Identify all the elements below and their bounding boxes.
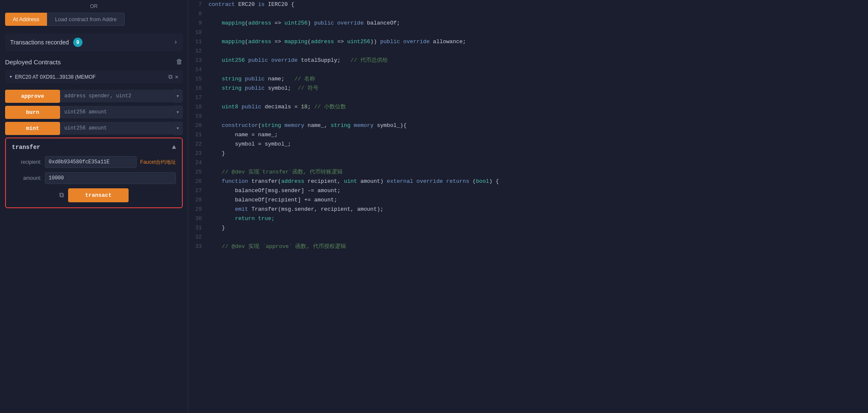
tab-row: At Address Load contract from Addre (5, 13, 183, 26)
approve-button[interactable]: approve (5, 90, 60, 103)
code-line: 33 // @dev 实现 `approve` 函数, 代币授权逻辑 (188, 242, 868, 251)
code-line: 28 balanceOf[recipient] += amount; (188, 195, 868, 205)
line-number: 7 (188, 0, 209, 9)
line-content (209, 158, 868, 168)
line-number: 26 (188, 177, 209, 186)
code-line: 23 } (188, 149, 868, 158)
approve-params: address spender, uint2 (60, 90, 173, 102)
line-content: constructor(string memory name_, string … (209, 121, 868, 130)
code-line: 31 } (188, 223, 868, 233)
amount-label: amount: (12, 175, 41, 181)
transfer-collapse-icon[interactable]: ▲ (172, 143, 176, 151)
deployed-title: Deployed Contracts (5, 58, 61, 66)
trash-icon[interactable]: 🗑 (176, 58, 183, 66)
code-line: 24 (188, 158, 868, 168)
approve-chevron[interactable]: ▾ (173, 89, 183, 103)
line-content: string public name; // 名称 (209, 74, 868, 84)
line-content: // @dev 实现`transfer`函数, 代币转账逻辑 (209, 168, 868, 177)
line-content: symbol = symbol_; (209, 140, 868, 149)
code-line: 16 string public symbol; // 符号 (188, 84, 868, 93)
line-number: 13 (188, 56, 209, 65)
transactions-text: Transactions recorded (10, 39, 69, 46)
recipient-input[interactable] (45, 156, 137, 168)
burn-chevron[interactable]: ▾ (173, 105, 183, 119)
line-number: 9 (188, 19, 209, 28)
code-line: 21 name = name_; (188, 130, 868, 140)
code-line: 27 balanceOf[msg.sender] -= amount; (188, 186, 868, 195)
line-number: 20 (188, 121, 209, 130)
code-line: 11 mapping(address => mapping(address =>… (188, 37, 868, 47)
contract-name: ERC20 AT 0XD91...39138 (MEMOF (15, 74, 165, 80)
line-number: 18 (188, 102, 209, 112)
transfer-panel: transfer ▲ recipient: Faucet合约地址 amount:… (5, 138, 183, 208)
code-line: 17 (188, 93, 868, 102)
line-content: string public symbol; // 符号 (209, 84, 868, 93)
transactions-row: Transactions recorded 9 › (5, 33, 183, 51)
code-line: 25 // @dev 实现`transfer`函数, 代币转账逻辑 (188, 168, 868, 177)
line-content: name = name_; (209, 130, 868, 140)
transactions-chevron[interactable]: › (173, 39, 178, 46)
line-number: 31 (188, 223, 209, 233)
code-line: 10 (188, 28, 868, 37)
mint-button[interactable]: mint (5, 122, 60, 135)
line-number: 33 (188, 242, 209, 251)
amount-input[interactable] (45, 172, 176, 184)
tab-at-address[interactable]: At Address (5, 13, 47, 26)
line-number: 24 (188, 158, 209, 168)
transact-button[interactable]: transact (68, 188, 128, 202)
line-content (209, 65, 868, 74)
line-number: 19 (188, 112, 209, 121)
line-content: } (209, 149, 868, 158)
line-number: 16 (188, 84, 209, 93)
line-content: return true; (209, 214, 868, 223)
fn-row-approve: approve address spender, uint2 ▾ (5, 89, 183, 103)
line-content: emit Transfer(msg.sender, recipient, amo… (209, 205, 868, 214)
recipient-row: recipient: Faucet合约地址 (12, 156, 176, 168)
code-line: 7contract ERC20 is IERC20 { (188, 0, 868, 9)
code-line: 9 mapping(address => uint256) public ove… (188, 19, 868, 28)
mint-params: uint256 amount (60, 122, 173, 135)
contract-copy-icon[interactable]: ⧉ (168, 74, 173, 80)
deployed-header: Deployed Contracts 🗑 (5, 58, 183, 66)
burn-params: uint256 amount (60, 106, 173, 118)
code-line: 29 emit Transfer(msg.sender, recipient, … (188, 205, 868, 214)
code-line: 30 return true; (188, 214, 868, 223)
code-line: 19 (188, 112, 868, 121)
contract-expand-chevron[interactable]: ▾ (9, 74, 12, 80)
line-number: 23 (188, 149, 209, 158)
code-editor: 7contract ERC20 is IERC20 {8 9 mapping(a… (188, 0, 868, 413)
line-content: mapping(address => mapping(address => ui… (209, 37, 868, 47)
fn-row-mint: mint uint256 amount ▾ (5, 121, 183, 135)
transfer-title: transfer (12, 144, 40, 151)
line-number: 25 (188, 168, 209, 177)
mint-chevron[interactable]: ▾ (173, 121, 183, 135)
line-content (209, 47, 868, 56)
fn-row-burn: burn uint256 amount ▾ (5, 105, 183, 119)
transact-copy-icon[interactable]: ⧉ (59, 191, 64, 199)
transactions-label: Transactions recorded 9 (10, 38, 82, 47)
code-line: 12 (188, 47, 868, 56)
line-number: 28 (188, 195, 209, 205)
line-content: balanceOf[msg.sender] -= amount; (209, 186, 868, 195)
burn-button[interactable]: burn (5, 106, 60, 119)
line-content (209, 9, 868, 19)
line-number: 32 (188, 233, 209, 242)
line-number: 11 (188, 37, 209, 47)
faucet-label: Faucet合约地址 (140, 159, 176, 166)
line-content: contract ERC20 is IERC20 { (209, 0, 868, 9)
contract-close-icon[interactable]: ✕ (175, 73, 179, 80)
line-content: } (209, 223, 868, 233)
line-content (209, 28, 868, 37)
line-number: 12 (188, 47, 209, 56)
code-line: 20 constructor(string memory name_, stri… (188, 121, 868, 130)
code-line: 14 (188, 65, 868, 74)
line-number: 30 (188, 214, 209, 223)
line-content (209, 233, 868, 242)
line-number: 21 (188, 130, 209, 140)
line-number: 15 (188, 74, 209, 84)
contract-row: ▾ ERC20 AT 0XD91...39138 (MEMOF ⧉ ✕ (5, 70, 183, 83)
code-line: 13 uint256 public override totalSupply; … (188, 56, 868, 65)
transfer-header: transfer ▲ (12, 143, 176, 151)
tab-load-contract[interactable]: Load contract from Addre (47, 13, 125, 26)
line-content: function transfer(address recipient, uin… (209, 177, 868, 186)
